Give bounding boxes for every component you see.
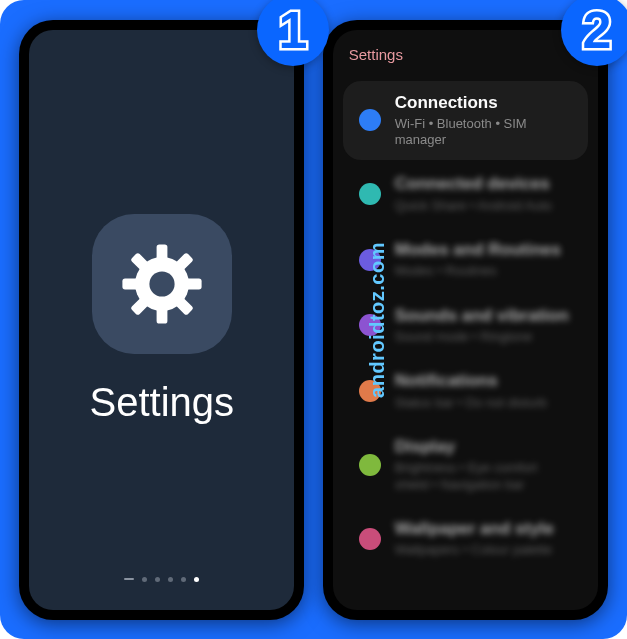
settings-item-text: NotificationsStatus bar • Do not disturb <box>395 371 572 411</box>
step-badge-1: 1 <box>257 0 329 66</box>
watermark: androidtoz.com <box>366 242 389 398</box>
settings-item-title: Wallpaper and style <box>395 519 572 539</box>
settings-item-subtitle: Sound mode • Ringtone <box>395 329 572 345</box>
svg-rect-3 <box>122 279 138 290</box>
svg-rect-2 <box>156 307 167 323</box>
step-number-1: 1 <box>279 1 308 59</box>
settings-item-text: ConnectionsWi-Fi • Bluetooth • SIM manag… <box>395 93 572 149</box>
pager-dot <box>181 577 186 582</box>
settings-item-subtitle: Wi-Fi • Bluetooth • SIM manager <box>395 116 572 149</box>
pager-dot <box>168 577 173 582</box>
svg-rect-1 <box>156 244 167 260</box>
home-screen[interactable]: Settings <box>29 30 294 610</box>
settings-item[interactable]: DisplayBrightness • Eye comfort shield •… <box>343 425 588 505</box>
settings-item[interactable]: Wallpaper and styleWallpapers • Colour p… <box>343 507 588 571</box>
home-pager[interactable] <box>29 577 294 582</box>
settings-app-icon[interactable] <box>92 214 232 354</box>
settings-item[interactable]: Connected devicesQuick Share • Android A… <box>343 162 588 226</box>
pager-dash <box>124 578 134 580</box>
settings-item-subtitle: Status bar • Do not disturb <box>395 395 572 411</box>
pager-dot <box>155 577 160 582</box>
settings-item-title: Notifications <box>395 371 572 391</box>
settings-item-icon <box>359 454 381 476</box>
settings-item-text: Wallpaper and styleWallpapers • Colour p… <box>395 519 572 559</box>
settings-item-text: Connected devicesQuick Share • Android A… <box>395 174 572 214</box>
svg-rect-4 <box>185 279 201 290</box>
settings-item[interactable]: ConnectionsWi-Fi • Bluetooth • SIM manag… <box>343 81 588 161</box>
settings-title: Settings <box>333 36 598 79</box>
settings-item-text: Modes and RoutinesModes • Routines <box>395 240 572 280</box>
settings-item-subtitle: Brightness • Eye comfort shield • Naviga… <box>395 460 572 493</box>
pager-dot <box>142 577 147 582</box>
settings-item-title: Connections <box>395 93 572 113</box>
settings-item-title: Display <box>395 437 572 457</box>
step-badge-2: 2 <box>561 0 627 66</box>
settings-item-subtitle: Wallpapers • Colour palette <box>395 542 572 558</box>
pager-dot-active <box>194 577 199 582</box>
settings-item-text: DisplayBrightness • Eye comfort shield •… <box>395 437 572 493</box>
settings-item-icon <box>359 109 381 131</box>
step-number-2: 2 <box>583 1 612 59</box>
settings-item-icon <box>359 183 381 205</box>
settings-item-icon <box>359 528 381 550</box>
settings-item-subtitle: Quick Share • Android Auto <box>395 198 572 214</box>
gear-icon <box>117 239 207 329</box>
phone-step-1: Settings <box>19 20 304 620</box>
settings-item-title: Sounds and vibration <box>395 306 572 326</box>
settings-item-title: Modes and Routines <box>395 240 572 260</box>
settings-item-text: Sounds and vibrationSound mode • Rington… <box>395 306 572 346</box>
settings-item-subtitle: Modes • Routines <box>395 263 572 279</box>
settings-item-title: Connected devices <box>395 174 572 194</box>
svg-point-9 <box>149 271 174 296</box>
settings-app-label: Settings <box>89 380 234 425</box>
tutorial-canvas: Settings Settings ConnectionsWi-Fi • Blu… <box>0 0 627 639</box>
